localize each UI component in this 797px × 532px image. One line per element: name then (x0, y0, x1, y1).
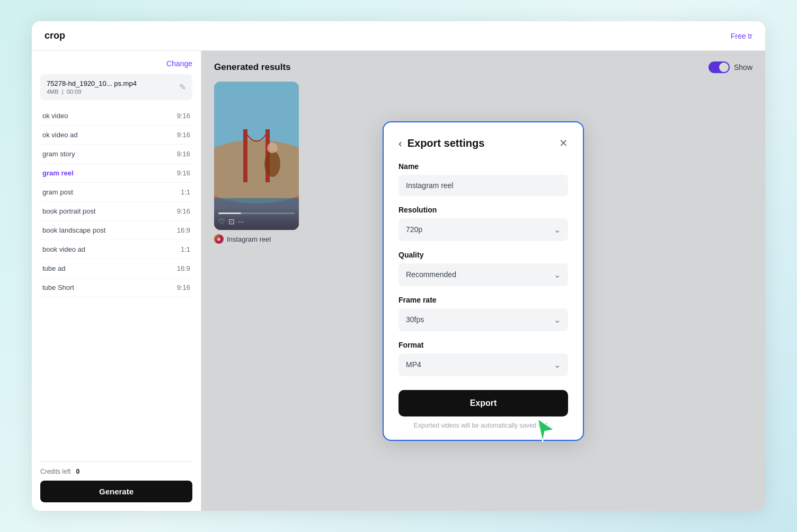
top-bar: crop Free tr (32, 21, 765, 51)
format-item[interactable]: gram reel 9:16 (40, 164, 192, 183)
format-ratio: 1:1 (181, 188, 190, 196)
top-bar-right: Free tr (731, 32, 752, 40)
modal-backdrop: ‹ Export settings ✕ Name Resolution (201, 51, 765, 511)
sidebar-header: Change (40, 59, 192, 68)
framerate-value: 30fps (406, 315, 424, 324)
chevron-down-icon-2: ⌄ (554, 270, 561, 280)
app-title: crop (45, 30, 65, 41)
chevron-down-icon: ⌄ (554, 225, 561, 235)
quality-field-group: Quality Recommended ⌄ (398, 251, 568, 286)
export-modal: ‹ Export settings ✕ Name Resolution (383, 121, 584, 441)
format-item[interactable]: ok video 9:16 (40, 107, 192, 126)
name-label: Name (398, 162, 568, 171)
name-field-group: Name (398, 162, 568, 196)
format-name: tube Short (42, 283, 74, 291)
file-size: 4MB (47, 88, 59, 95)
format-item[interactable]: book landscape post 16:9 (40, 221, 192, 240)
framerate-select[interactable]: 30fps ⌄ (398, 308, 568, 331)
format-label: Format (398, 341, 568, 349)
format-item[interactable]: book portrait post 9:16 (40, 202, 192, 221)
quality-value: Recommended (406, 270, 456, 279)
chevron-down-icon-3: ⌄ (554, 315, 561, 325)
format-name: ok video ad (42, 131, 78, 139)
format-item[interactable]: tube ad 16:9 (40, 259, 192, 278)
app-window: crop Free tr Change 75278-hd_1920_10... … (32, 21, 765, 511)
file-item: 75278-hd_1920_10... ps.mp4 4MB | 00:09 ✎ (40, 74, 192, 100)
format-name: gram story (42, 150, 75, 158)
resolution-select[interactable]: 720p ⌄ (398, 218, 568, 241)
credits-count: 0 (76, 468, 79, 475)
format-ratio: 1:1 (181, 245, 190, 253)
quality-select[interactable]: Recommended ⌄ (398, 263, 568, 286)
file-meta: 4MB | 00:09 (47, 88, 179, 95)
modal-header: ‹ Export settings ✕ (398, 137, 568, 149)
format-name: book landscape post (42, 226, 105, 234)
format-item[interactable]: ok video ad 9:16 (40, 126, 192, 145)
framerate-field-group: Frame rate 30fps ⌄ (398, 296, 568, 331)
format-ratio: 16:9 (177, 226, 190, 234)
edit-icon[interactable]: ✎ (179, 82, 186, 92)
resolution-label: Resolution (398, 206, 568, 214)
format-ratio: 9:16 (177, 131, 190, 139)
format-value: MP4 (406, 360, 421, 369)
main-content: Generated results Show (201, 51, 765, 511)
credits-row: Credits left 0 (40, 468, 192, 475)
quality-label: Quality (398, 251, 568, 259)
format-ratio: 9:16 (177, 169, 190, 177)
format-name: gram reel (42, 169, 74, 177)
file-name: 75278-hd_1920_10... ps.mp4 (47, 79, 179, 87)
cursor-indicator (535, 416, 556, 445)
free-trial-link[interactable]: Free tr (731, 32, 752, 40)
format-item[interactable]: gram story 9:16 (40, 145, 192, 164)
framerate-label: Frame rate (398, 296, 568, 304)
modal-title-row: ‹ Export settings (398, 137, 484, 149)
format-ratio: 9:16 (177, 112, 190, 120)
file-info: 75278-hd_1920_10... ps.mp4 4MB | 00:09 (47, 79, 179, 95)
close-button[interactable]: ✕ (559, 138, 568, 148)
format-ratio: 9:16 (177, 283, 190, 291)
modal-title: Export settings (408, 137, 485, 149)
resolution-field-group: Resolution 720p ⌄ (398, 206, 568, 241)
format-item[interactable]: tube Short 9:16 (40, 278, 192, 297)
format-item[interactable]: book video ad 1:1 (40, 240, 192, 259)
format-name: ok video (42, 112, 68, 120)
format-select[interactable]: MP4 ⌄ (398, 353, 568, 376)
format-ratio: 9:16 (177, 150, 190, 158)
format-item[interactable]: gram post 1:1 (40, 183, 192, 202)
resolution-value: 720p (406, 225, 422, 234)
generate-button[interactable]: Generate (40, 481, 192, 502)
change-button[interactable]: Change (166, 59, 192, 68)
back-button[interactable]: ‹ (398, 138, 402, 148)
sidebar: Change 75278-hd_1920_10... ps.mp4 4MB | … (32, 51, 201, 511)
format-name: tube ad (42, 264, 65, 272)
file-duration: 00:09 (67, 88, 82, 95)
format-ratio: 9:16 (177, 207, 190, 215)
svg-marker-7 (538, 419, 554, 442)
format-field-group: Format MP4 ⌄ (398, 341, 568, 376)
credits-label: Credits left 0 (40, 468, 79, 475)
format-list: ok video 9:16 ok video ad 9:16 gram stor… (40, 107, 192, 457)
chevron-down-icon-4: ⌄ (554, 360, 561, 370)
format-name: book portrait post (42, 207, 95, 215)
sidebar-bottom: Credits left 0 Generate (40, 461, 192, 502)
format-ratio: 16:9 (177, 264, 190, 272)
name-input[interactable] (398, 175, 568, 196)
content-area: Change 75278-hd_1920_10... ps.mp4 4MB | … (32, 51, 765, 511)
format-name: gram post (42, 188, 73, 196)
format-name: book video ad (42, 245, 85, 253)
export-button[interactable]: Export (398, 390, 568, 416)
